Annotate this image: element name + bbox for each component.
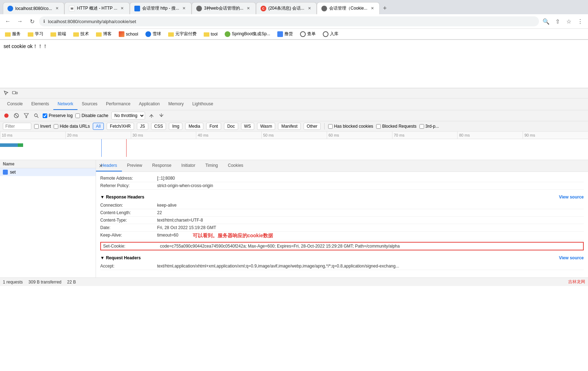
request-headers-arrow: ▼ — [100, 255, 105, 260]
bookmark-snow[interactable]: 雪球 — [143, 30, 163, 38]
invert-checkbox[interactable]: Invert — [34, 124, 51, 129]
third-party-checkbox[interactable]: 3rd-p... — [419, 124, 439, 129]
filter-other-button[interactable]: Other — [304, 123, 321, 130]
devtools-main-tabs: Console Elements Network Sources Perform… — [0, 99, 588, 110]
transferred-size: 309 B transferred — [28, 280, 62, 285]
bookmark-metaverse[interactable]: 元宇宙付费 — [166, 30, 199, 38]
filter-img-button[interactable]: Img — [169, 123, 182, 130]
bookmark-tool[interactable]: tool — [202, 31, 220, 37]
tab-memory[interactable]: Memory — [164, 99, 188, 110]
details-close-button[interactable]: ✕ — [96, 160, 106, 171]
disable-cache-input[interactable] — [75, 113, 80, 118]
disable-cache-checkbox[interactable]: Disable cache — [75, 113, 108, 118]
timeline-bars — [0, 139, 588, 157]
new-tab-button[interactable]: + — [380, 3, 390, 13]
tab-performance[interactable]: Performance — [102, 99, 135, 110]
search-button[interactable] — [33, 112, 40, 119]
tab-lighthouse[interactable]: Lighthouse — [188, 99, 218, 110]
filter-ws-button[interactable]: WS — [241, 123, 254, 130]
filter-input[interactable] — [3, 123, 31, 130]
preserve-log-input[interactable] — [43, 113, 47, 118]
tab-sources[interactable]: Sources — [77, 99, 102, 110]
filter-button[interactable] — [23, 112, 30, 119]
third-party-input[interactable] — [419, 124, 424, 129]
tab2-close[interactable]: ✕ — [119, 6, 125, 11]
bookmark-goods[interactable]: 撸货 — [275, 30, 295, 38]
download-icon[interactable] — [158, 112, 165, 119]
filter-font-button[interactable]: Font — [206, 123, 221, 130]
filter-css-button[interactable]: CSS — [151, 123, 166, 130]
tab-1[interactable]: localhost:8080/co... ✕ — [3, 2, 64, 14]
clear-button[interactable] — [13, 112, 20, 119]
tab5-close[interactable]: ✕ — [306, 6, 312, 11]
tab4-close[interactable]: ✕ — [246, 6, 251, 11]
request-view-source-link[interactable]: View source — [559, 255, 584, 260]
bookmark-tech[interactable]: 技术 — [71, 30, 91, 38]
tab-4[interactable]: 3种web会话管理的... ✕ — [192, 2, 256, 14]
upload-icon[interactable] — [148, 112, 155, 119]
detail-tab-response[interactable]: Response — [147, 160, 176, 171]
bookmark-services[interactable]: 服务 — [3, 30, 23, 38]
has-blocked-cookies-input[interactable] — [328, 124, 333, 129]
forward-button[interactable]: → — [15, 16, 25, 26]
filter-manifest-button[interactable]: Manifest — [278, 123, 300, 130]
blocked-requests-input[interactable] — [376, 124, 381, 129]
response-headers-title-row[interactable]: ▼ Response Headers View source — [100, 192, 584, 202]
referrer-policy-label: Referrer Policy: — [100, 183, 157, 188]
device-toggle-button[interactable] — [11, 90, 18, 97]
search-button[interactable]: 🔍 — [541, 16, 551, 26]
tab-2[interactable]: M HTTP 概述 - HTTP ... ✕ — [64, 2, 130, 14]
inspect-element-button[interactable] — [3, 90, 10, 97]
bookmark-learning[interactable]: 学习 — [26, 30, 46, 38]
tab1-close[interactable]: ✕ — [54, 6, 60, 11]
tab6-close[interactable]: ✕ — [369, 6, 375, 11]
bookmark-query[interactable]: 查单 — [298, 30, 318, 38]
blocked-requests-checkbox[interactable]: Blocked Requests — [376, 124, 417, 129]
tab3-close[interactable]: ✕ — [181, 6, 187, 11]
address-bar[interactable]: ℹ localhost:8080/community/alpha/cookie/… — [39, 16, 539, 26]
tab-5[interactable]: C (204条消息) 会话... ✕ — [256, 2, 317, 14]
bookmark-blog[interactable]: 博客 — [94, 30, 114, 38]
detail-tab-timing[interactable]: Timing — [200, 160, 223, 171]
request-headers-title-row[interactable]: ▼ Request Headers View source — [100, 253, 584, 263]
menu-button[interactable]: ⋮ — [575, 16, 585, 26]
reload-button[interactable]: ↻ — [27, 16, 37, 26]
share-button[interactable]: ⇧ — [552, 16, 562, 26]
tab-6[interactable]: 会话管理（Cookie... ✕ — [317, 2, 380, 14]
filter-all-button[interactable]: All — [93, 123, 104, 130]
referrer-policy-value: strict-origin-when-cross-origin — [157, 183, 213, 188]
filter-doc-button[interactable]: Doc — [224, 123, 238, 130]
filter-divider — [324, 123, 325, 129]
request-row-set[interactable]: set — [0, 168, 96, 176]
filter-wasm-button[interactable]: Wasm — [257, 123, 276, 130]
filter-media-button[interactable]: Media — [185, 123, 203, 130]
preserve-log-checkbox[interactable]: Preserve log — [43, 113, 73, 118]
filter-js-button[interactable]: JS — [137, 123, 148, 130]
bookmark-frontend[interactable]: 前端 — [48, 30, 68, 38]
bookmark-storage[interactable]: 入库 — [321, 30, 341, 38]
throttle-select[interactable]: No throttling — [111, 112, 145, 120]
devtools: Console Elements Network Sources Perform… — [0, 88, 588, 286]
tab-application[interactable]: Application — [135, 99, 164, 110]
bookmark-springboot[interactable]: SpringBoot集成Sp... — [223, 30, 272, 38]
tab-console[interactable]: Console — [3, 99, 27, 110]
bookmark-school[interactable]: school — [117, 31, 140, 38]
page-text: set cookie ok！！！ — [4, 43, 48, 49]
has-blocked-cookies-checkbox[interactable]: Has blocked cookies — [328, 124, 373, 129]
back-button[interactable]: ← — [3, 16, 13, 26]
tab-network[interactable]: Network — [53, 99, 77, 110]
hide-data-urls-checkbox[interactable]: Hide data URLs — [54, 124, 90, 129]
invert-input[interactable] — [34, 124, 39, 129]
bookmark-school-label: school — [126, 32, 138, 37]
detail-tab-cookies[interactable]: Cookies — [223, 160, 248, 171]
tab-elements[interactable]: Elements — [27, 99, 53, 110]
detail-tab-initiator[interactable]: Initiator — [176, 160, 200, 171]
remote-address-value: [::1]:8080 — [157, 176, 175, 181]
detail-tab-preview[interactable]: Preview — [122, 160, 147, 171]
record-button[interactable] — [3, 112, 10, 119]
filter-fetchxhr-button[interactable]: Fetch/XHR — [107, 123, 134, 130]
bookmark-button[interactable]: ☆ — [564, 16, 574, 26]
hide-data-urls-input[interactable] — [54, 124, 58, 129]
response-view-source-link[interactable]: View source — [559, 195, 584, 200]
tab-3[interactable]: 会话管理 http - 搜... ✕ — [130, 2, 192, 14]
